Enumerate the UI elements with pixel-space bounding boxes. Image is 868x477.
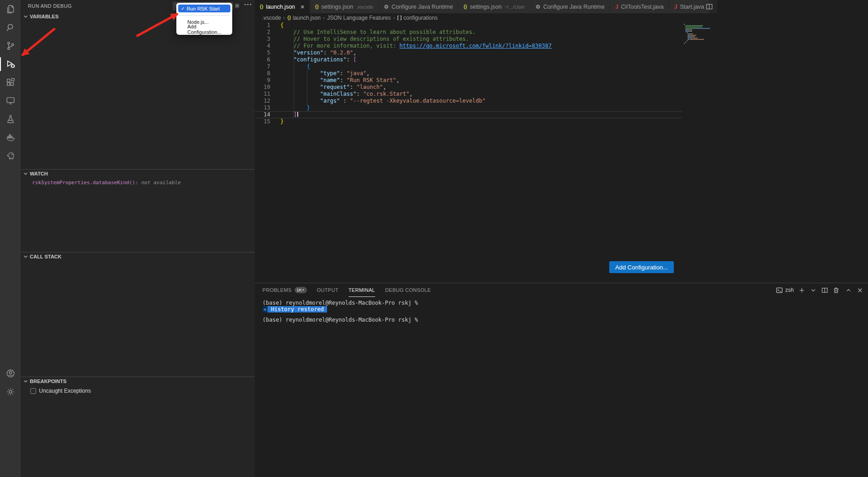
breadcrumb-item[interactable]: {}launch.json bbox=[287, 15, 321, 21]
line-number[interactable]: 11 bbox=[255, 91, 270, 98]
tab-label: Start.java bbox=[680, 4, 704, 10]
line-number[interactable]: 6 bbox=[255, 56, 270, 63]
panel-actions: zsh bbox=[776, 283, 863, 297]
bottom-panel: PROBLEMS1K+OUTPUTTERMINALDEBUG CONSOLE z… bbox=[255, 283, 868, 477]
activity-bar-item-remote-explorer[interactable] bbox=[0, 92, 21, 110]
line-number[interactable]: 9 bbox=[255, 77, 270, 84]
editor-tab[interactable]: ⚙Configure Java Runtime bbox=[530, 0, 610, 13]
line-content: "configurations": [ bbox=[270, 56, 356, 63]
activity-bar-top bbox=[0, 0, 21, 165]
breadcrumb-item[interactable]: [ ]configurations bbox=[397, 15, 437, 21]
line-number[interactable]: 2 bbox=[255, 29, 270, 36]
editor-tab[interactable]: ⚙Configure Java Runtime bbox=[379, 0, 459, 13]
panel-control-icons bbox=[845, 287, 863, 294]
minimap-segment bbox=[685, 28, 695, 29]
line-number[interactable]: 8 bbox=[255, 70, 270, 77]
activity-bar-item-testing[interactable] bbox=[0, 110, 21, 128]
panel-tab-terminal[interactable]: TERMINAL bbox=[349, 283, 375, 297]
line-number[interactable]: 4 bbox=[255, 43, 270, 49]
watch-expression-row[interactable]: rskSystemProperties.databaseKind(): not … bbox=[21, 180, 255, 186]
split-editor-icon[interactable] bbox=[706, 3, 713, 12]
activity-bar-item-search[interactable] bbox=[0, 18, 21, 37]
code-line: 7 { bbox=[255, 63, 717, 70]
activity-bar-bottom bbox=[0, 364, 21, 401]
breadcrumb: .vscode›{}launch.json›JSON Language Feat… bbox=[255, 13, 717, 22]
close-tab-icon[interactable]: × bbox=[300, 3, 305, 10]
tab-bar: {}launch.json×{}settings.json.vscode⚙Con… bbox=[255, 0, 717, 13]
panel-tab-problems[interactable]: PROBLEMS1K+ bbox=[262, 283, 307, 297]
call-stack-section-header[interactable]: CALL STACK bbox=[21, 252, 255, 261]
breadcrumb-item[interactable]: .vscode bbox=[262, 15, 281, 21]
terminal-line bbox=[262, 313, 418, 317]
line-content: "type": "java", bbox=[270, 70, 370, 77]
line-number[interactable]: 13 bbox=[255, 104, 270, 111]
panel-tab-list: PROBLEMS1K+OUTPUTTERMINALDEBUG CONSOLE bbox=[262, 283, 441, 297]
editor-tab[interactable]: {}settings.json.vscode bbox=[310, 0, 379, 13]
activity-bar-item-source-control[interactable] bbox=[0, 37, 21, 55]
panel-tab-output[interactable]: OUTPUT bbox=[317, 283, 338, 297]
line-number[interactable]: 5 bbox=[255, 49, 270, 56]
line-number[interactable]: 10 bbox=[255, 84, 270, 91]
code-editor[interactable]: 1{2 // Use IntelliSense to learn about p… bbox=[255, 22, 717, 283]
terminal-output[interactable]: (base) reynoldmorel@Reynolds-MacBook-Pro… bbox=[262, 300, 418, 323]
code-line: 3 // Hover to view descriptions of exist… bbox=[255, 36, 717, 43]
launch-profile-icon[interactable] bbox=[810, 287, 817, 294]
close-panel-icon[interactable] bbox=[857, 287, 863, 294]
activity-bar-item-docker[interactable] bbox=[0, 128, 21, 147]
editor-tab[interactable]: {}launch.json× bbox=[255, 0, 310, 13]
line-number[interactable]: 12 bbox=[255, 98, 270, 104]
editor-tab[interactable]: JStart.java bbox=[669, 0, 710, 13]
breakpoint-row[interactable]: Uncaught Exceptions bbox=[21, 388, 255, 394]
chevron-down-icon bbox=[22, 253, 29, 260]
breadcrumb-label: JSON Language Features bbox=[327, 15, 391, 21]
minimap-line bbox=[684, 25, 717, 26]
line-content: "mainClass": "co.rsk.Start", bbox=[270, 91, 413, 98]
watch-section-header[interactable]: WATCH bbox=[21, 170, 255, 178]
array-symbol-icon: [ ] bbox=[397, 15, 401, 20]
more-actions-icon[interactable]: ··· bbox=[244, 0, 252, 8]
minimap[interactable] bbox=[684, 24, 717, 44]
new-terminal-icon[interactable] bbox=[798, 287, 805, 294]
minimap-segment bbox=[694, 36, 695, 37]
menu-item[interactable]: Add Configuration... bbox=[178, 26, 230, 33]
breadcrumb-item[interactable]: JSON Language Features bbox=[327, 15, 391, 21]
editor-group: {}launch.json×{}settings.json.vscode⚙Con… bbox=[255, 0, 717, 283]
uncaught-exceptions-checkbox[interactable] bbox=[30, 388, 36, 394]
line-content: // For more information, visit: https://… bbox=[270, 43, 551, 49]
line-number[interactable]: 3 bbox=[255, 36, 270, 43]
breakpoints-section-header[interactable]: BREAKPOINTS bbox=[21, 377, 255, 385]
breadcrumb-label: launch.json bbox=[293, 15, 321, 21]
code-line: 1{ bbox=[255, 22, 717, 29]
line-content: // Hover to view descriptions of existin… bbox=[270, 36, 469, 43]
activity-bar-item-explorer[interactable] bbox=[0, 0, 21, 18]
kill-terminal-icon[interactable] bbox=[833, 287, 840, 294]
line-content: } bbox=[270, 104, 310, 111]
sidebar-run-and-debug: RUN AND DEBUG D ··· ✓ Run RSK Start Node… bbox=[21, 0, 255, 477]
line-number[interactable]: 7 bbox=[255, 63, 270, 70]
add-configuration-button[interactable]: Add Configuration... bbox=[609, 261, 674, 273]
panel-tab-debug-console[interactable]: DEBUG CONSOLE bbox=[385, 283, 431, 297]
maximize-panel-icon[interactable] bbox=[845, 287, 852, 294]
minimap-segment bbox=[687, 40, 688, 41]
minimap-segment bbox=[684, 24, 685, 25]
java-file-icon: J bbox=[674, 4, 677, 10]
editor-tab[interactable]: {}settings.json~/.../User bbox=[459, 0, 530, 13]
minimap-line bbox=[684, 43, 717, 44]
line-content: "args" : "--regtest -Xkeyvalue.datasourc… bbox=[270, 98, 486, 104]
menu-item-selected-config[interactable]: ✓ Run RSK Start bbox=[178, 5, 230, 12]
split-terminal-icon[interactable] bbox=[821, 287, 828, 294]
java-file-icon: J bbox=[615, 4, 618, 10]
activity-bar-item-gradle[interactable] bbox=[0, 147, 21, 165]
activity-bar-item-run-and-debug[interactable] bbox=[0, 55, 21, 73]
debug-settings-gear-icon[interactable] bbox=[234, 2, 240, 9]
line-number[interactable]: 15 bbox=[255, 118, 270, 125]
line-number[interactable]: 1 bbox=[255, 22, 270, 29]
terminal-shell-selector[interactable]: zsh bbox=[776, 287, 794, 294]
line-number[interactable]: 14 bbox=[255, 111, 270, 118]
activity-bar-item-accounts[interactable] bbox=[0, 364, 21, 383]
editor-tab[interactable]: JCliToolsTest.java bbox=[610, 0, 669, 13]
terminal-line: (base) reynoldmorel@Reynolds-MacBook-Pro… bbox=[262, 317, 418, 323]
activity-bar-item-settings[interactable] bbox=[0, 383, 21, 401]
line-content: { bbox=[270, 22, 284, 29]
activity-bar-item-extensions[interactable] bbox=[0, 73, 21, 92]
